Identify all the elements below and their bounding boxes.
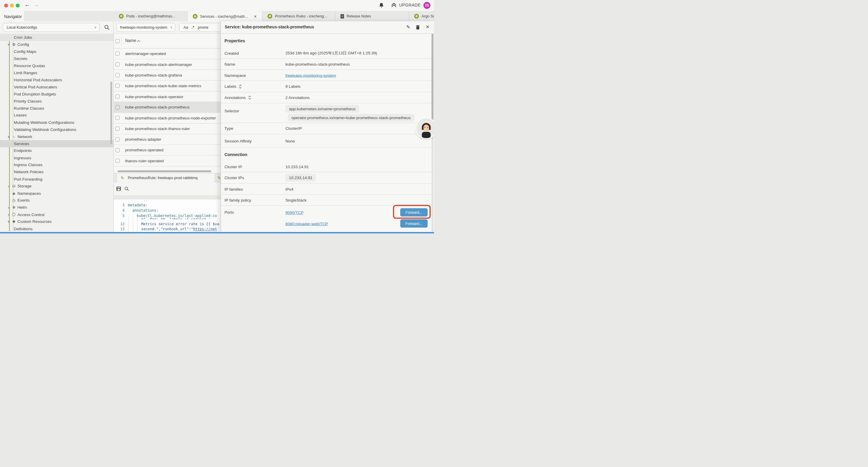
editor-tab-prometheusrule[interactable]: ✎ PrometheusRule: freeleaps-prod-rabbitm… (116, 173, 215, 182)
detail-property-row: Labels 9 Labels (221, 81, 434, 92)
sidebar-tree-item[interactable]: Runtime Classes (0, 105, 114, 112)
service-row[interactable]: prometheus-adapter (114, 134, 221, 145)
row-checkbox[interactable] (116, 52, 120, 56)
service-row[interactable]: thanos-ruler-operated (114, 155, 221, 166)
service-row[interactable]: kube-prometheus-stack-prometheus-node-ex… (114, 113, 221, 123)
sidebar-tree-item[interactable]: Priority Classes (0, 97, 114, 105)
sidebar-tree-item[interactable]: Limit Ranges (0, 69, 114, 76)
row-checkbox[interactable] (116, 84, 120, 88)
service-row[interactable]: kube-prometheus-stack-alertmanager (114, 59, 221, 70)
row-checkbox[interactable] (116, 73, 120, 77)
tree-chevron-icon[interactable] (6, 212, 10, 217)
name-column-header[interactable]: Name (125, 38, 136, 43)
expand-collapse-icon[interactable] (248, 95, 251, 99)
sidebar-tree-item[interactable]: Network Policies (0, 169, 114, 176)
service-row[interactable]: alertmanager-operated (114, 49, 221, 59)
sidebar-tree-item[interactable]: Helm (0, 204, 114, 211)
app-tab[interactable]: ≡ Release Notes (335, 11, 409, 21)
port-link[interactable]: 8080:reloader-web/TCP (285, 222, 328, 226)
horizontal-scrollbar[interactable] (118, 170, 211, 172)
sidebar-tree-item[interactable]: Config (0, 41, 114, 48)
sidebar-tree-item[interactable]: Pod Disruption Budgets (0, 90, 114, 97)
yaml-editor[interactable]: 3 metadata: 4 annotations: 5 kubectl.kub… (114, 200, 221, 233)
sidebar-tree-item[interactable]: Custom Resources (0, 218, 114, 225)
row-checkbox[interactable] (116, 126, 120, 130)
service-row[interactable]: kube-prometheus-stack-thanos-ruler (114, 123, 221, 134)
notifications-bell-icon[interactable] (378, 2, 385, 8)
upgrade-button[interactable]: UPGRADE (391, 2, 421, 8)
sidebar-tree-item[interactable]: Namespaces (0, 190, 114, 197)
sidebar-tree-item[interactable]: Ingress Classes (0, 162, 114, 169)
tree-chevron-icon[interactable] (6, 205, 10, 210)
sort-ascending-icon[interactable] (137, 40, 140, 42)
service-row[interactable]: kube-prometheus-stack-grafana (114, 70, 221, 80)
sidebar-tree-item[interactable]: Vertical Pod Autoscalers (0, 83, 114, 90)
app-tab[interactable]: ☸ Pods - icecheng@mathmas... (114, 11, 188, 21)
tree-chevron-icon[interactable] (6, 184, 10, 188)
close-tab-icon[interactable]: ✕ (254, 14, 257, 18)
row-checkbox[interactable] (116, 105, 120, 109)
expand-collapse-icon[interactable] (239, 84, 241, 88)
select-all-checkbox[interactable] (116, 39, 120, 43)
minimize-window-button[interactable] (10, 4, 14, 7)
service-row[interactable]: prometheus-operated (114, 145, 221, 155)
sidebar-tree-item[interactable]: Storage (0, 183, 114, 190)
editor-search-button[interactable] (124, 186, 129, 192)
row-checkbox[interactable] (116, 95, 120, 99)
sidebar-tree-item[interactable]: Resource Quotas (0, 62, 114, 69)
tree-chevron-icon[interactable] (6, 42, 10, 47)
property-value: None (285, 139, 295, 143)
sidebar-tree-item[interactable]: Config Maps (0, 48, 114, 55)
tree-chevron-icon[interactable] (6, 135, 10, 138)
sidebar-tree-item[interactable]: Ingresses (0, 154, 114, 162)
close-panel-button[interactable]: ✕ (426, 24, 430, 30)
match-case-toggle[interactable]: Aa (183, 25, 188, 30)
forward-button[interactable]: Forward... (400, 208, 428, 217)
forward-button[interactable]: Forward... (400, 219, 428, 228)
sidebar-tree-item[interactable]: Secrets (0, 55, 114, 62)
sidebar-scrollbar[interactable] (111, 82, 112, 144)
sidebar-tree-item[interactable]: Services (0, 140, 114, 147)
detail-scrollbar-thumb[interactable] (432, 34, 434, 127)
row-checkbox[interactable] (116, 159, 120, 163)
sidebar-tree-item[interactable]: Definitions (0, 225, 114, 232)
sidebar-tree-item[interactable]: Leases (0, 112, 114, 119)
tree-chevron-icon[interactable] (6, 220, 10, 224)
sidebar-tree-item[interactable]: Events (0, 197, 114, 204)
regex-toggle[interactable]: .* (191, 25, 194, 30)
editor-tab-partial[interactable]: ✎ (216, 173, 221, 182)
app-tab[interactable]: ☸ Services - icecheng@math... ✕ (188, 11, 262, 22)
search-input[interactable]: Aa .* prome (179, 23, 221, 32)
service-row[interactable]: kube-prometheus-stack-operator (114, 91, 221, 102)
row-checkbox[interactable] (116, 138, 120, 142)
row-checkbox[interactable] (116, 148, 120, 152)
tab-navigator[interactable]: Navigator (0, 11, 24, 22)
kubeconfig-selector[interactable]: Local Kubeconfigs ∨ (3, 23, 99, 32)
webcam-avatar-overlay[interactable] (416, 118, 434, 138)
close-window-button[interactable] (4, 4, 8, 7)
sidebar-tree-item[interactable]: Mutating Webhook Configurations (0, 119, 114, 126)
save-button[interactable] (116, 186, 121, 191)
sidebar-tree-item[interactable]: Horizontal Pod Autoscalers (0, 76, 114, 83)
sidebar-tree-item[interactable]: Cron Jobs (0, 34, 114, 41)
sidebar-search-button[interactable] (104, 24, 110, 30)
zoom-window-button[interactable] (16, 4, 20, 7)
edit-resource-button[interactable]: ✎ (406, 24, 410, 30)
row-checkbox[interactable] (116, 116, 120, 120)
sidebar-tree-item[interactable]: Network (0, 133, 114, 140)
back-button[interactable]: ← (24, 1, 30, 8)
port-link[interactable]: 9090/TCP (285, 210, 303, 215)
app-tab[interactable]: ☸ Argo Se (409, 11, 434, 21)
row-checkbox[interactable] (116, 62, 120, 66)
notification-badge[interactable]: 15 (423, 2, 430, 9)
app-tab[interactable]: ☸ Prometheus Rules - icecheng... (262, 11, 335, 21)
service-row[interactable]: kube-prometheus-stack-prometheus (114, 102, 221, 113)
sidebar-tree-item[interactable]: Validating Webhook Configurations (0, 126, 114, 133)
namespace-selector[interactable]: freeleaps-monitoring-system ∨ (116, 23, 175, 32)
delete-resource-button[interactable] (416, 25, 420, 30)
sidebar-tree-item[interactable]: Endpoints (0, 147, 114, 154)
sidebar-tree-item[interactable]: Port Forwarding (0, 176, 114, 183)
forward-button[interactable]: → (33, 1, 39, 8)
service-row[interactable]: kube-prometheus-stack-kube-state-metrics (114, 81, 221, 91)
sidebar-tree-item[interactable]: Access Control (0, 211, 114, 218)
